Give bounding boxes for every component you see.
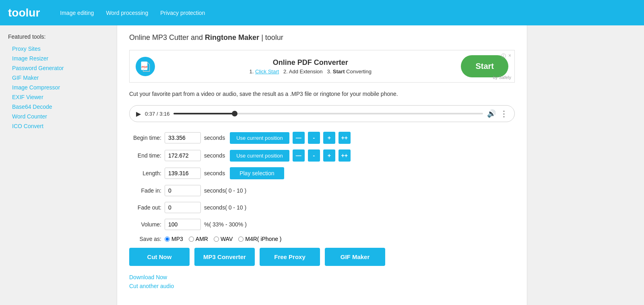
- download-now-link[interactable]: Download Now: [129, 274, 515, 280]
- fade-in-unit: seconds( 0 - 10 ): [204, 187, 246, 194]
- ad-info-icon: ⓘ: [501, 53, 506, 60]
- fade-out-unit: seconds( 0 - 10 ): [204, 204, 246, 211]
- nav-privacy-protection[interactable]: Privacy protection: [160, 10, 205, 16]
- page-title: Online MP3 Cutter and Ringtone Maker | t…: [129, 33, 515, 42]
- fade-in-label: Fade in:: [129, 187, 161, 194]
- nav: Image editing Word processing Privacy pr…: [60, 10, 205, 16]
- ad-banner: ⓘ × PDF Online PDF Converter 1. Click St…: [129, 50, 515, 83]
- gif-maker-button[interactable]: GIF Maker: [325, 248, 385, 266]
- sidebar-item-password-generator[interactable]: Password Generator: [8, 63, 109, 73]
- volume-row: Volume: %( 33% - 300% ): [129, 219, 515, 230]
- format-wav-radio[interactable]: [214, 237, 219, 242]
- end-time-row: End time: seconds Use current position —…: [129, 149, 515, 162]
- fade-out-row: Fade out: seconds( 0 - 10 ): [129, 202, 515, 213]
- begin-minus-button[interactable]: -: [308, 132, 320, 144]
- begin-use-current-button[interactable]: Use current position: [230, 132, 289, 144]
- layout: Featured tools: Proxy Sites Image Resize…: [0, 25, 644, 305]
- right-sidebar: [527, 25, 644, 305]
- header: toolur Image editing Word processing Pri…: [0, 0, 644, 25]
- length-label: Length:: [129, 170, 161, 176]
- ad-banner-left: PDF Online PDF Converter 1. Click Start …: [136, 57, 461, 76]
- ad-close-icon[interactable]: ×: [508, 53, 511, 60]
- format-amr-label[interactable]: AMR: [189, 236, 208, 242]
- begin-minus-minus-button[interactable]: —: [293, 132, 305, 144]
- length-row: Length: seconds Play selection: [129, 167, 515, 179]
- ad-text-block: Online PDF Converter 1. Click Start 2. A…: [160, 58, 461, 75]
- end-time-input[interactable]: [165, 150, 201, 161]
- sidebar-item-base64-decode[interactable]: Base64 Decode: [8, 102, 109, 112]
- ad-steps: 1. Click Start 2. Add Extension 3. Start…: [160, 68, 461, 75]
- end-minus-button[interactable]: -: [308, 149, 320, 162]
- sidebar-item-exif-viewer[interactable]: EXIF Viewer: [8, 92, 109, 102]
- length-input[interactable]: [165, 168, 201, 179]
- ad-title: Online PDF Converter: [160, 58, 461, 67]
- sidebar: Featured tools: Proxy Sites Image Resize…: [0, 25, 117, 305]
- format-m4r-label[interactable]: M4R( iPhone ): [238, 236, 281, 242]
- begin-time-row: Begin time: seconds Use current position…: [129, 132, 515, 144]
- ad-controls: ⓘ ×: [501, 53, 511, 60]
- save-as-label: Save as:: [129, 236, 161, 242]
- logo[interactable]: toolur: [8, 6, 40, 19]
- end-time-label: End time:: [129, 152, 161, 159]
- sidebar-item-ico-convert[interactable]: ICO Convert: [8, 121, 109, 131]
- cut-another-link[interactable]: Cut another audio: [129, 283, 515, 289]
- format-amr-radio[interactable]: [189, 237, 194, 242]
- length-unit: seconds: [204, 170, 225, 176]
- fade-out-label: Fade out:: [129, 204, 161, 211]
- end-plus-plus-button[interactable]: ++: [339, 149, 351, 162]
- sidebar-item-gif-maker[interactable]: GIF Maker: [8, 73, 109, 83]
- save-format-group: MP3 AMR WAV M4R( iPhone ): [165, 236, 282, 242]
- audio-player: ▶ 0:37 / 3:16 🔊 ⋮: [129, 105, 515, 122]
- nav-image-editing[interactable]: Image editing: [60, 10, 94, 16]
- sidebar-item-image-compressor[interactable]: Image Compressor: [8, 83, 109, 92]
- play-button[interactable]: ▶: [136, 110, 141, 118]
- end-plus-button[interactable]: +: [323, 149, 335, 162]
- volume-input[interactable]: [165, 219, 201, 230]
- progress-bar-fill: [173, 113, 234, 114]
- main-content: Online MP3 Cutter and Ringtone Maker | t…: [117, 25, 527, 305]
- action-buttons: Cut Now MP3 Converter Free Proxy GIF Mak…: [129, 248, 515, 266]
- description: Cut your favorite part from a video or a…: [129, 91, 515, 97]
- volume-icon[interactable]: 🔊: [487, 109, 496, 118]
- end-time-unit: seconds: [204, 152, 225, 159]
- progress-handle[interactable]: [232, 111, 237, 116]
- ad-pdf-icon: PDF: [136, 57, 155, 76]
- nav-word-processing[interactable]: Word processing: [106, 10, 148, 16]
- free-proxy-button[interactable]: Free Proxy: [260, 248, 320, 266]
- begin-plus-button[interactable]: +: [323, 132, 335, 144]
- cut-now-button[interactable]: Cut Now: [129, 248, 190, 266]
- sidebar-item-proxy-sites[interactable]: Proxy Sites: [8, 44, 109, 54]
- progress-bar[interactable]: [173, 113, 483, 114]
- featured-label: Featured tools:: [8, 33, 109, 40]
- fade-in-row: Fade in: seconds( 0 - 10 ): [129, 185, 515, 196]
- end-minus-minus-button[interactable]: —: [293, 149, 305, 162]
- begin-plus-plus-button[interactable]: ++: [339, 132, 351, 144]
- more-options-icon[interactable]: ⋮: [500, 109, 508, 118]
- svg-text:PDF: PDF: [141, 65, 148, 68]
- play-selection-button[interactable]: Play selection: [230, 167, 284, 179]
- mp3-converter-button[interactable]: MP3 Converter: [194, 248, 255, 266]
- begin-time-input[interactable]: [165, 132, 201, 143]
- sidebar-item-word-counter[interactable]: Word Counter: [8, 112, 109, 121]
- begin-time-label: Begin time:: [129, 135, 161, 141]
- end-use-current-button[interactable]: Use current position: [230, 150, 289, 162]
- fade-out-input[interactable]: [165, 202, 201, 213]
- format-mp3-label[interactable]: MP3: [165, 236, 183, 242]
- format-mp3-radio[interactable]: [165, 237, 170, 242]
- volume-label: Volume:: [129, 221, 161, 228]
- fade-in-input[interactable]: [165, 185, 201, 196]
- format-wav-label[interactable]: WAV: [214, 236, 233, 242]
- volume-unit: %( 33% - 300% ): [204, 221, 247, 228]
- sidebar-item-image-resizer[interactable]: Image Resizer: [8, 54, 109, 63]
- begin-time-unit: seconds: [204, 135, 225, 141]
- save-as-row: Save as: MP3 AMR WAV M4R( iPhone ): [129, 236, 515, 242]
- ad-safely-label: by Safely: [493, 75, 511, 80]
- format-m4r-radio[interactable]: [238, 237, 244, 242]
- time-display: 0:37 / 3:16: [145, 111, 169, 117]
- ad-click-start-link[interactable]: Click Start: [255, 68, 279, 75]
